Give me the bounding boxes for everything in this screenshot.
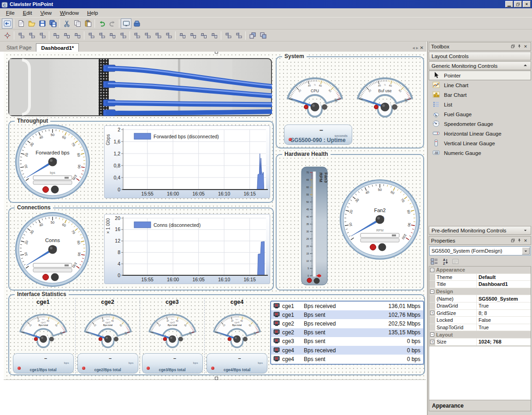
export-button[interactable] xyxy=(131,18,142,29)
collapse-section-icon[interactable] xyxy=(522,63,528,69)
property-row-drawgrid[interactable]: DrawGridTrue xyxy=(429,302,531,310)
same-height-button[interactable] xyxy=(107,30,118,41)
property-row-title[interactable]: TitleDashboard1 xyxy=(429,281,531,288)
cge1-bps-gauge[interactable]: 20406080100bpscge1/Bps total xyxy=(14,305,73,352)
space-inc-v-button[interactable] xyxy=(188,30,198,41)
interface-column-cge4[interactable]: cge420406080100bpscge4/Bps total– bps cg… xyxy=(205,298,269,374)
interface-column-cge2[interactable]: cge220406080100bpscge2/Bps total– bps cg… xyxy=(76,298,140,374)
toolbox-section-predefined[interactable]: Pre-defined Monitoring Controls xyxy=(429,226,531,235)
cge1-numeric-gauge[interactable]: – bps cge1/Bps total xyxy=(13,353,74,374)
group-interface-statistics[interactable]: Interface Statistics cge120406080100bpsc… xyxy=(8,294,425,375)
property-value[interactable]: Default xyxy=(477,274,531,281)
menu-edit[interactable]: Edit xyxy=(19,9,36,17)
snap-button[interactable] xyxy=(2,30,12,41)
group-system[interactable]: System 20406080100%CPU 20406080100%Buf u… xyxy=(276,56,424,148)
combo-dropdown-icon[interactable] xyxy=(522,247,530,255)
fan3-linear-gauge[interactable]: 0510152025303540455055606570RPMFan3 xyxy=(301,166,328,288)
property-row-locked[interactable]: LockedFalse xyxy=(429,317,531,324)
property-value[interactable]: False xyxy=(477,317,531,324)
property-row-snaptogrid[interactable]: SnapToGridTrue xyxy=(429,324,531,332)
restore-button[interactable] xyxy=(514,1,522,7)
alphabetical-button[interactable]: AZ xyxy=(440,257,449,266)
open-button[interactable] xyxy=(26,18,37,29)
send-back-button[interactable] xyxy=(258,30,268,41)
space-remove-v-button[interactable] xyxy=(209,30,219,41)
align-top-button[interactable] xyxy=(51,30,61,41)
cut-button[interactable] xyxy=(61,18,72,29)
close-button[interactable]: × xyxy=(523,1,531,7)
interface-column-cge1[interactable]: cge120406080100bpscge1/Bps total– bps cg… xyxy=(11,298,76,374)
properties-pin-icon[interactable] xyxy=(516,237,522,243)
group-connections[interactable]: Connections 102030405060708090100Conns 0… xyxy=(8,208,274,290)
align-bottom-button[interactable] xyxy=(72,30,83,41)
conns-chart[interactable]: 04812162015:5516:0016:0516:1016:15× 1 00… xyxy=(104,214,270,284)
new-button[interactable] xyxy=(16,18,26,29)
interface-column-cge3[interactable]: cge320406080100bpscge3/Bps total– bps cg… xyxy=(140,298,205,374)
object-selector-combo[interactable]: SG5500_System (FormDesign) xyxy=(429,246,531,255)
tab-scroll-left-icon[interactable]: ◂ xyxy=(413,45,415,50)
property-value[interactable]: True xyxy=(477,302,531,309)
center-h-button[interactable] xyxy=(223,30,233,41)
property-value[interactable]: True xyxy=(477,324,531,331)
selection-handle-bottom[interactable] xyxy=(215,377,218,380)
design-surface[interactable]: Throughput 102030405060708090100Forwarde… xyxy=(4,52,426,380)
space-inc-h-button[interactable] xyxy=(142,30,153,41)
property-row-name[interactable]: (Name)SG5500_System xyxy=(429,295,531,302)
tab-start-page[interactable]: Start Page xyxy=(2,43,36,52)
dashboard-button[interactable] xyxy=(2,18,12,29)
save-all-button[interactable] xyxy=(47,18,58,29)
menu-view[interactable]: View xyxy=(36,9,56,17)
space-remove-h-button[interactable] xyxy=(163,30,174,41)
property-row-size[interactable]: +Size1024; 768 xyxy=(429,338,531,346)
expand-section-icon[interactable] xyxy=(522,227,528,233)
categorized-button[interactable] xyxy=(430,257,439,266)
properties-close-icon[interactable]: ✕ xyxy=(522,237,529,243)
paste-button[interactable] xyxy=(83,18,93,29)
tab-dashboard1-[interactable]: Dashboard1* xyxy=(36,43,79,52)
network-photo[interactable] xyxy=(8,58,272,116)
property-pages-button[interactable] xyxy=(451,257,460,266)
copy-button[interactable] xyxy=(72,18,83,29)
align-left-button[interactable] xyxy=(16,30,26,41)
fan2-gauge[interactable]: 102030405060708090100Fan2RPM xyxy=(339,179,420,262)
toolbox-item-speedometer-gauge[interactable]: Speedometer Gauge xyxy=(429,119,531,129)
toolbox-float-icon[interactable] xyxy=(509,43,516,49)
uptime-numeric-gauge[interactable]: – seconds SG5500-090 : Uptime xyxy=(284,125,352,145)
center-v-button[interactable] xyxy=(233,30,244,41)
same-width-button[interactable] xyxy=(86,30,96,41)
cge2-bps-gauge[interactable]: 20406080100bpscge2/Bps total xyxy=(78,305,137,352)
properties-float-icon[interactable] xyxy=(509,237,516,243)
align-right-button[interactable] xyxy=(37,30,47,41)
toolbox-item-fuel-gauge[interactable]: Fuel Gauge xyxy=(429,109,531,119)
forwarded-bps-chart[interactable]: 00,40,81,21,6215:5516:0016:0516:1016:15G… xyxy=(104,125,270,198)
forwarded-bps-gauge[interactable]: 102030405060708090100Forwarded bpsbps xyxy=(15,124,90,202)
space-equal-h-button[interactable] xyxy=(131,30,142,41)
property-row-theme[interactable]: ThemeDefault xyxy=(429,274,531,281)
minimize-button[interactable]: ▁ xyxy=(505,1,513,7)
redo-button[interactable] xyxy=(107,18,118,29)
toolbox-item-horizontal-linear-gauge[interactable]: Horizontal Linear Gauge xyxy=(429,129,531,138)
space-dec-v-button[interactable] xyxy=(198,30,209,41)
save-button[interactable] xyxy=(37,18,47,29)
property-row-gridsize[interactable]: +GridSize8; 8 xyxy=(429,310,531,317)
property-value[interactable]: Dashboard1 xyxy=(477,281,531,288)
toolbox-item-pointer[interactable]: Pointer xyxy=(429,71,531,80)
cge3-numeric-gauge[interactable]: – bps cge3/Bps total xyxy=(142,353,203,374)
cge4-bps-gauge[interactable]: 20406080100bpscge4/Bps total xyxy=(207,305,266,352)
tab-scroll-right-icon[interactable]: ▸ xyxy=(416,45,419,50)
group-hardware-health[interactable]: Hardware Health 051015202530354045505560… xyxy=(276,154,424,290)
toolbox-pin-icon[interactable] xyxy=(516,43,522,49)
toolbox-section-generic-monitoring[interactable]: Generic Monitoring Controls xyxy=(429,61,531,70)
cge3-bps-gauge[interactable]: 20406080100bpscge3/Bps total xyxy=(143,305,202,352)
toolbox-item-line-chart[interactable]: Line Chart xyxy=(429,80,531,90)
buf-use-gauge[interactable]: 20406080100%Buf use xyxy=(350,67,420,122)
cge4-numeric-gauge[interactable]: – bps cge4/Bps total xyxy=(207,353,267,374)
property-category-appearance[interactable]: −Appearance xyxy=(429,267,531,274)
align-middle-button[interactable] xyxy=(61,30,72,41)
property-value[interactable]: 1024; 768 xyxy=(477,338,531,345)
toolbox-item-list[interactable]: List xyxy=(429,100,531,109)
space-dec-h-button[interactable] xyxy=(153,30,163,41)
toolbox-section-layout-controls[interactable]: Layout Controls xyxy=(429,52,531,60)
toolbox-close-icon[interactable]: ✕ xyxy=(522,43,529,49)
conns-gauge[interactable]: 102030405060708090100Conns xyxy=(15,212,90,289)
